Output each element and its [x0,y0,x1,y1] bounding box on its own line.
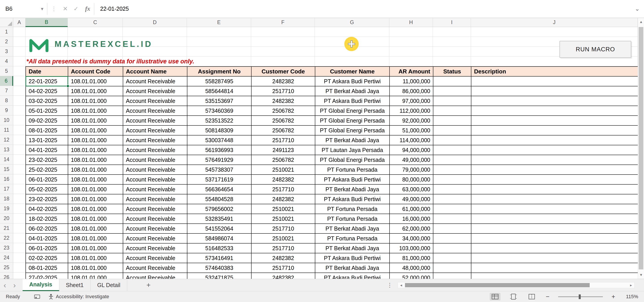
cell[interactable] [471,194,638,204]
cell[interactable]: 05-01-2025 [26,106,68,116]
cell[interactable]: 108.01.01.000 [68,233,123,243]
vertical-scroll-thumb[interactable] [639,27,643,269]
cell[interactable]: 532835491 [187,214,251,224]
cell[interactable]: 27-02-2025 [26,273,68,279]
column-header-J[interactable]: J [471,18,638,27]
cell[interactable]: PT Askara Budi Pertiwi [315,273,390,279]
cell[interactable] [471,116,638,126]
row-header-16[interactable]: 16 [0,174,13,184]
cell[interactable]: 03-02-2025 [26,96,68,106]
row-header-14[interactable]: 14 [0,155,13,164]
enter-icon[interactable]: ✓ [71,5,82,12]
cell[interactable]: PT Berkat Abadi Jaya [315,224,390,233]
cell[interactable] [471,253,638,263]
cell[interactable] [433,204,471,214]
cell[interactable]: 08-01-2025 [26,263,68,273]
cell[interactable]: 2482382 [251,96,315,106]
cell[interactable] [471,96,638,106]
cell[interactable]: 13-01-2025 [26,135,68,145]
cell[interactable]: Account Receivable [123,135,187,145]
cell[interactable] [471,135,638,145]
table-header-account-code[interactable]: Account Code [68,67,123,76]
cell[interactable]: PT Askara Budi Pertiwi [315,194,390,204]
sheet-tab-gl-detail[interactable]: GL Detail [90,279,127,291]
cell[interactable]: 2510021 [251,214,315,224]
zoom-level[interactable]: 115% [624,294,638,300]
cell[interactable]: PT Global Energi Persada [315,116,390,126]
cell[interactable]: PT Berkat Abadi Jaya [315,86,390,96]
cell[interactable]: Account Receivable [123,86,187,96]
cell[interactable]: 103,000,000 [390,243,433,253]
row-header-7[interactable]: 7 [0,86,13,96]
table-header-status[interactable]: Status [433,67,471,76]
cell[interactable] [471,263,638,273]
name-box-chevron-icon[interactable]: ▾ [41,6,44,12]
cell[interactable]: 541552064 [187,224,251,233]
cell[interactable]: Account Receivable [123,214,187,224]
cell[interactable]: Account Receivable [123,126,187,135]
zoom-out-button[interactable]: − [545,293,550,300]
cell[interactable] [471,145,638,155]
cell[interactable]: 576491929 [187,155,251,165]
scroll-right-icon[interactable]: ► [628,282,634,288]
scroll-up-icon[interactable]: ▲ [638,18,644,26]
cell[interactable] [471,106,638,116]
cancel-icon[interactable]: ✕ [60,5,71,12]
cell[interactable]: 22-01-2025 [26,76,68,86]
insert-function-icon[interactable]: fx [82,5,94,12]
cell[interactable]: 51,000,000 [390,126,433,135]
cell[interactable]: 108.01.01.000 [68,273,123,279]
cell[interactable]: PT Berkat Abadi Jaya [315,263,390,273]
cell[interactable]: PT Berkat Abadi Jaya [315,243,390,253]
cell[interactable] [433,145,471,155]
cell[interactable]: 62,000,000 [390,224,433,233]
column-header-E[interactable]: E [187,18,251,27]
cell[interactable] [433,155,471,165]
cell[interactable]: PT Global Energi Persada [315,126,390,135]
formula-bar-expand-icon[interactable]: ⌄ [630,5,644,12]
cell[interactable] [433,233,471,243]
cell[interactable]: 79,000,000 [390,165,433,174]
tab-nav-left-icon[interactable]: ‹ [0,279,10,291]
cell[interactable]: 537171619 [187,174,251,184]
cell[interactable]: 80,000,000 [390,174,433,184]
accessibility-status[interactable]: Accessibility: Investigate [48,294,109,300]
cell[interactable]: 2517710 [251,243,315,253]
cell[interactable]: 04-01-2025 [26,145,68,155]
row-header-22[interactable]: 22 [0,233,13,243]
row-header-23[interactable]: 23 [0,243,13,253]
cell[interactable] [433,184,471,194]
cell[interactable]: 508148309 [187,126,251,135]
cell[interactable]: 108.01.01.000 [68,155,123,165]
cell[interactable]: 516482533 [187,243,251,253]
macro-record-icon[interactable] [34,294,40,299]
zoom-slider-thumb[interactable] [579,295,581,299]
cell[interactable] [471,86,638,96]
cell[interactable]: 573416491 [187,253,251,263]
cell[interactable]: 561936993 [187,145,251,155]
cell[interactable]: Account Receivable [123,204,187,214]
cell[interactable]: 584986074 [187,233,251,243]
row-header-4[interactable]: 4 [0,56,13,66]
cell[interactable]: 2506782 [251,126,315,135]
cell[interactable] [433,96,471,106]
cell[interactable] [433,126,471,135]
cell[interactable]: 108.01.01.000 [68,204,123,214]
cell[interactable] [433,174,471,184]
cell[interactable] [433,243,471,253]
cell[interactable]: 108.01.01.000 [68,116,123,126]
row-header-15[interactable]: 15 [0,164,13,174]
cell[interactable]: Account Receivable [123,174,187,184]
table-header-description[interactable]: Description [471,67,638,76]
cell[interactable]: 545738307 [187,165,251,174]
cell[interactable]: Account Receivable [123,253,187,263]
cell[interactable]: 52,000,000 [390,273,433,279]
cell[interactable]: 2506782 [251,106,315,116]
cell[interactable]: 08-01-2025 [26,126,68,135]
row-header-2[interactable]: 2 [0,37,13,47]
cell[interactable]: 05-02-2025 [26,184,68,194]
cell[interactable]: 558287495 [187,76,251,86]
row-header-10[interactable]: 10 [0,115,13,125]
cell[interactable]: 2491123 [251,145,315,155]
cell[interactable]: 94,000,000 [390,145,433,155]
